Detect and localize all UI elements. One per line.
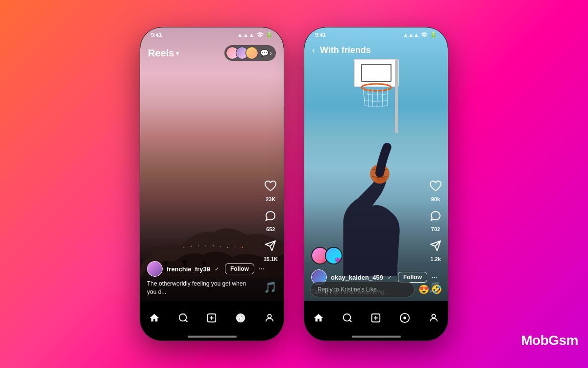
chevron-down-icon: ▾ — [176, 50, 179, 57]
svg-rect-19 — [354, 59, 398, 86]
svg-rect-28 — [395, 59, 398, 133]
nav-search[interactable] — [178, 313, 189, 323]
follow-button[interactable]: Follow — [225, 263, 254, 274]
home-indicator-2 — [352, 336, 401, 338]
user-row: frenchie_fry39 ✓ Follow ··· — [147, 261, 247, 277]
like-count: 23K — [266, 196, 275, 202]
nav-home[interactable] — [149, 313, 160, 323]
back-arrow-icon[interactable]: ‹ — [312, 45, 315, 55]
status-icons: ▲▲▲ 🔋 — [237, 31, 273, 38]
caption: The otherworldly feeling you get when yo… — [147, 280, 247, 296]
home-indicator — [188, 336, 237, 338]
wifi-icon — [257, 32, 264, 38]
nav-search-2[interactable] — [342, 313, 353, 323]
share-action[interactable]: 15.1K — [264, 240, 278, 262]
verified-badge-icon: ✓ — [215, 266, 219, 272]
emoji-heart-eyes[interactable]: 😍 — [418, 284, 429, 295]
comment-icon — [265, 210, 276, 225]
more-options-icon-2[interactable]: ··· — [431, 273, 440, 282]
reels-header: Reels ▾ 💬 › — [140, 41, 284, 65]
svg-point-1 — [191, 246, 192, 247]
watermark: MobGsm — [521, 333, 578, 348]
nav-create-2[interactable] — [370, 313, 381, 323]
nav-profile-2[interactable] — [428, 313, 439, 323]
svg-point-33 — [403, 316, 406, 319]
svg-point-5 — [220, 246, 221, 247]
time-display-2: 9:41 — [315, 32, 326, 38]
avatar-3 — [245, 47, 258, 59]
svg-point-3 — [205, 245, 206, 246]
nav-reels[interactable] — [235, 313, 246, 323]
share-count: 15.1K — [264, 256, 278, 262]
status-bar: 9:41 ▲▲▲ 🔋 — [140, 27, 284, 40]
comment-action-2[interactable]: 702 — [430, 210, 441, 232]
reels-title[interactable]: Reels ▾ — [148, 48, 179, 59]
like-count-2: 90k — [431, 196, 440, 202]
reply-bar: Reply to Kristine's Like... 😍 🤣 — [304, 282, 448, 301]
reply-emojis: 😍 🤣 — [418, 284, 442, 295]
emoji-laugh[interactable]: 🤣 — [431, 284, 442, 295]
svg-point-8 — [242, 247, 243, 248]
share-count-2: 1.2k — [430, 256, 441, 262]
bottom-navigation-2 — [304, 301, 448, 341]
svg-line-23 — [368, 89, 368, 107]
more-options-icon[interactable]: ··· — [258, 264, 267, 273]
time-display: 9:41 — [151, 32, 162, 38]
comment-count-2: 702 — [431, 226, 440, 232]
svg-point-15 — [179, 314, 187, 321]
nav-profile[interactable] — [264, 313, 275, 323]
svg-line-26 — [382, 89, 383, 107]
share-action-2[interactable]: 1.2k — [430, 240, 441, 262]
bottom-navigation — [140, 301, 284, 341]
user-avatar[interactable] — [147, 261, 163, 277]
svg-point-17 — [239, 316, 242, 319]
reply-input[interactable]: Reply to Kristine's Like... — [310, 282, 415, 297]
phone-with-friends: 9:41 ▲▲▲ 🔋 ‹ With friends 90 — [304, 27, 448, 341]
chat-bubble-icon: 💬 — [260, 49, 269, 57]
heart-icon-2 — [429, 180, 442, 195]
nav-create[interactable] — [206, 313, 217, 323]
right-actions-panel-2: 90k 702 1.2k — [429, 180, 442, 262]
status-bar-2: 9:41 ▲▲▲ 🔋 — [304, 27, 448, 40]
svg-point-4 — [213, 245, 214, 246]
nav-home-2[interactable] — [313, 313, 324, 323]
right-actions-panel: 23K 652 15.1K — [264, 180, 278, 262]
nav-right-arrow-icon: › — [270, 49, 272, 57]
friend-reactions: 💕 💜 — [311, 247, 343, 264]
phone-reels: 9:41 ▲▲▲ 🔋 Reels ▾ 💬 — [140, 27, 284, 341]
battery-icon: 🔋 — [266, 31, 273, 38]
svg-line-22 — [363, 89, 365, 106]
signal-icon: ▲▲▲ — [237, 32, 255, 38]
svg-point-30 — [343, 314, 351, 321]
comment-icon-2 — [430, 210, 441, 225]
username-2[interactable]: okay_kaiden_459 — [331, 274, 383, 281]
like-action-2[interactable]: 90k — [429, 180, 442, 202]
reaction-emoji-2: 💜 — [335, 257, 343, 264]
bottom-user-info: frenchie_fry39 ✓ Follow ··· The otherwor… — [140, 261, 254, 296]
signal-icon-2: ▲▲▲ — [403, 32, 419, 38]
svg-point-0 — [183, 247, 184, 248]
reply-placeholder: Reply to Kristine's Like... — [318, 286, 382, 293]
reaction-avatar-2: 💜 — [325, 247, 343, 264]
status-icons-2: ▲▲▲ 🔋 — [403, 31, 437, 38]
svg-line-24 — [372, 89, 373, 107]
svg-line-25 — [377, 89, 378, 107]
svg-point-18 — [268, 315, 271, 318]
with-friends-title: With friends — [320, 45, 371, 55]
comment-action[interactable]: 652 — [265, 210, 276, 232]
with-friends-header: ‹ With friends — [304, 41, 448, 59]
nav-reels-2[interactable] — [399, 313, 410, 323]
comment-count: 652 — [266, 226, 275, 232]
basketball-hoop-svg — [335, 57, 418, 135]
username[interactable]: frenchie_fry39 — [167, 265, 210, 273]
share-icon — [265, 240, 276, 255]
music-note-icon: 🎵 — [264, 281, 277, 294]
battery-icon-2: 🔋 — [430, 31, 437, 38]
share-icon-2 — [430, 240, 441, 255]
like-action[interactable]: 23K — [264, 180, 277, 202]
follow-button-2[interactable]: Follow — [398, 272, 427, 283]
wifi-icon-2 — [421, 32, 428, 38]
heart-icon — [264, 180, 277, 195]
friend-avatars-button[interactable]: 💬 › — [224, 45, 276, 61]
svg-point-7 — [235, 246, 236, 247]
